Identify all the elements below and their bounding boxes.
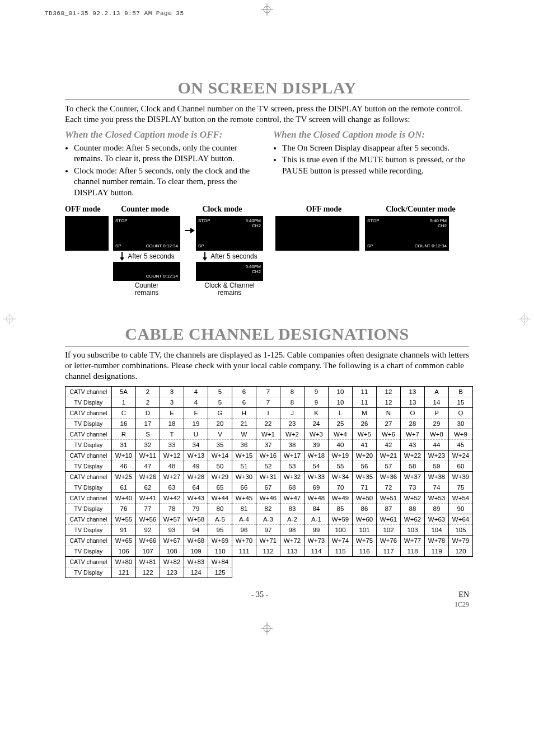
table-cell: W+1 — [256, 429, 280, 439]
table-cell: W+19 — [329, 450, 353, 461]
table-cell: 18 — [160, 418, 184, 429]
table-cell: A-5 — [208, 514, 232, 524]
table-cell: 80 — [208, 503, 232, 514]
table-cell: D — [136, 407, 160, 418]
table-cell: 50 — [208, 461, 232, 471]
row-header-tv: TV Display — [65, 482, 112, 492]
table-cell: 61 — [112, 482, 136, 492]
registration-mark-bottom — [27, 622, 507, 637]
table-cell: 45 — [449, 439, 473, 450]
table-cell: G — [208, 407, 232, 418]
table-cell: W+34 — [329, 471, 353, 482]
tv-clock-remains-box: 5:40PMCH2 — [196, 262, 263, 281]
tv-stop: STOP — [115, 218, 128, 223]
table-cell: W+10 — [112, 450, 136, 461]
tv-ch: CH2 — [438, 223, 447, 228]
table-cell: W+67 — [160, 535, 184, 546]
table-cell: W+84 — [208, 556, 232, 567]
table-cell: H — [232, 407, 256, 418]
table-cell: 49 — [184, 461, 208, 471]
table-cell: 6 — [232, 386, 256, 397]
tv-clock-box: STOP5:40PMCH2 SP — [196, 216, 263, 251]
table-cell: 65 — [208, 482, 232, 492]
table-cell: 63 — [160, 482, 184, 492]
table-cell: 81 — [232, 503, 256, 514]
table-cell: W+32 — [280, 471, 305, 482]
table-cell: W+25 — [112, 471, 136, 482]
table-cell: 53 — [280, 461, 305, 471]
table-cell: W+33 — [305, 471, 329, 482]
tv-count: COUNT 0:12:34 — [415, 243, 447, 248]
bullet: Counter mode: After 5 seconds, only the … — [74, 143, 261, 165]
table-cell: 102 — [377, 524, 401, 535]
table-cell: 82 — [256, 503, 280, 514]
table-cell: 124 — [184, 567, 208, 577]
table-cell: 107 — [136, 546, 160, 556]
table-cell: C — [112, 407, 136, 418]
label-off-mode: OFF mode — [275, 205, 372, 214]
table-cell: R — [112, 429, 136, 439]
table-cell: W+58 — [184, 514, 208, 524]
label-off-mode: OFF mode — [65, 205, 109, 214]
table-cell: 122 — [136, 567, 160, 577]
table-cell: 108 — [160, 546, 184, 556]
table-cell: M — [353, 407, 377, 418]
table-cell: 15 — [449, 397, 473, 407]
table-cell: W+31 — [256, 471, 280, 482]
table-cell: 104 — [425, 524, 449, 535]
table-cell: 10 — [329, 386, 353, 397]
table-cell: W+12 — [160, 450, 184, 461]
row-header-catv: CATV channel — [65, 471, 112, 482]
table-cell: 74 — [425, 482, 449, 492]
table-cell: W+68 — [184, 535, 208, 546]
table-cell: 21 — [232, 418, 256, 429]
table-cell: 16 — [112, 418, 136, 429]
footer-lang: EN — [455, 590, 469, 599]
table-cell: 35 — [208, 439, 232, 450]
table-cell: W+82 — [160, 556, 184, 567]
table-cell: A-4 — [232, 514, 256, 524]
table-cell: W+40 — [112, 492, 136, 503]
row-header-catv: CATV channel — [65, 535, 112, 546]
table-cell: 93 — [160, 524, 184, 535]
table-cell: W+45 — [232, 492, 256, 503]
table-cell: W+51 — [377, 492, 401, 503]
table-cell: 11 — [353, 386, 377, 397]
table-cell: W+44 — [208, 492, 232, 503]
tv-time: 5:40PM — [245, 264, 261, 269]
tv-sp: SP — [367, 243, 373, 248]
table-cell: Q — [449, 407, 473, 418]
table-cell: 95 — [208, 524, 232, 535]
table-cell: W+64 — [449, 514, 473, 524]
tv-ch: CH2 — [252, 223, 261, 228]
table-cell: J — [280, 407, 305, 418]
table-cell: W+20 — [353, 450, 377, 461]
page-number: - 35 - — [251, 590, 268, 609]
table-cell: 59 — [425, 461, 449, 471]
table-cell: W+59 — [329, 514, 353, 524]
table-cell: 11 — [353, 397, 377, 407]
row-header-tv: TV Display — [65, 546, 112, 556]
table-cell: 97 — [256, 524, 280, 535]
table-cell: 123 — [160, 567, 184, 577]
table-cell: W+81 — [136, 556, 160, 567]
svg-marker-12 — [190, 228, 195, 233]
table-cell: 10 — [329, 397, 353, 407]
table-cell: 28 — [401, 418, 425, 429]
table-cell: 96 — [232, 524, 256, 535]
table-cell: 91 — [112, 524, 136, 535]
table-cell: 48 — [160, 461, 184, 471]
cc-on-heading: When the Closed Caption mode is ON: — [273, 129, 469, 140]
table-cell: W+73 — [305, 535, 329, 546]
table-cell: 113 — [280, 546, 305, 556]
table-cell: W+80 — [112, 556, 136, 567]
table-cell: 71 — [353, 482, 377, 492]
table-cell: 54 — [305, 461, 329, 471]
table-cell: P — [425, 407, 449, 418]
table-cell: 56 — [353, 461, 377, 471]
table-cell: 41 — [353, 439, 377, 450]
table-cell: 89 — [425, 503, 449, 514]
table-cell: 12 — [377, 397, 401, 407]
row-header-catv: CATV channel — [65, 556, 112, 567]
table-cell: W+42 — [160, 492, 184, 503]
